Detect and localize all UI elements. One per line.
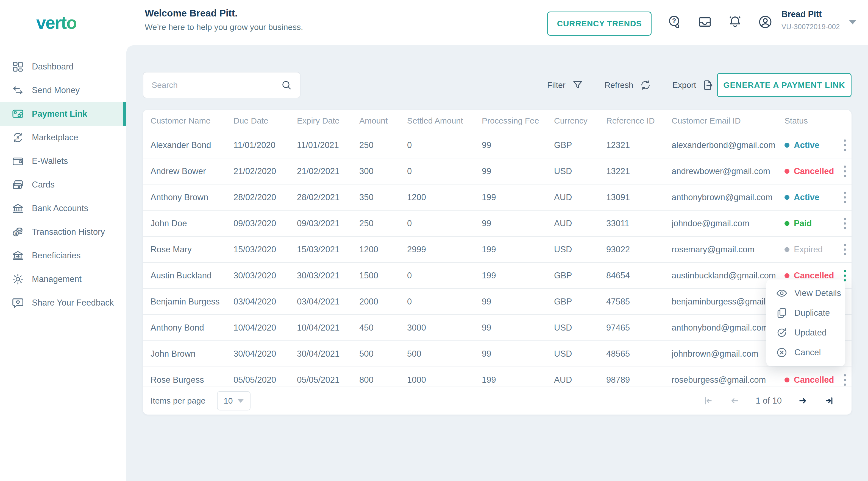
user-account-id: VU-30072019-002 — [781, 23, 840, 31]
first-page-button[interactable] — [703, 396, 713, 406]
sidebar-item-send-money[interactable]: Send Money — [0, 78, 126, 102]
currency-trends-button[interactable]: CURRENCY TRENDS — [547, 11, 652, 36]
pagination: 1 of 10 — [703, 396, 851, 406]
sidebar-item-share-your-feedback[interactable]: Share Your Feedback — [0, 291, 126, 315]
user-menu[interactable]: Bread Pitt VU-30072019-002 — [781, 9, 840, 31]
status-dot — [784, 195, 789, 200]
generate-payment-link-button[interactable]: GENERATE A PAYMENT LINK — [717, 73, 851, 97]
avatar[interactable] — [757, 14, 773, 30]
sidebar-item-dashboard[interactable]: Dashboard — [0, 55, 126, 78]
export-button[interactable]: Export — [673, 79, 714, 91]
cell-email: anthonybrown@gmail.com — [672, 192, 784, 202]
context-menu-item-updated[interactable]: Updated — [766, 323, 845, 343]
cell-reference-id: 98789 — [606, 375, 672, 385]
cell-processing-fee: 199 — [482, 192, 554, 202]
sidebar-item-payment-link[interactable]: Payment Link — [0, 102, 126, 126]
cell-currency: AUD — [554, 219, 606, 228]
context-menu-item-view-details[interactable]: View Details — [766, 283, 845, 303]
sidebar-nav: DashboardSend MoneyPayment Link$Marketpl… — [0, 55, 126, 315]
status-dot — [784, 378, 789, 382]
sidebar-item-bank-accounts[interactable]: Bank Accounts — [0, 197, 126, 220]
e-wallets-icon — [11, 155, 24, 167]
table-row: Andrew Bower21/02/202021/02/2021300099US… — [143, 158, 851, 184]
cell-currency: GBP — [554, 140, 606, 150]
cell-customer-name: John Doe — [143, 219, 234, 228]
cell-currency: GBP — [554, 271, 606, 281]
cell-processing-fee: 199 — [482, 375, 554, 385]
status-label: Active — [794, 140, 819, 150]
inbox-icon[interactable] — [697, 14, 713, 30]
sidebar: verto DashboardSend MoneyPayment Link$Ma… — [0, 0, 126, 481]
cell-reference-id: 97465 — [606, 323, 672, 333]
cell-settled-amount: 0 — [407, 271, 482, 281]
refresh-button[interactable]: Refresh — [604, 79, 652, 91]
row-actions-kebab[interactable] — [838, 164, 851, 179]
cell-actions — [838, 216, 851, 231]
row-actions-kebab[interactable] — [838, 138, 851, 153]
cell-amount: 800 — [359, 375, 407, 385]
status-badge: Active — [784, 140, 838, 150]
context-menu-item-duplicate[interactable]: Duplicate — [766, 303, 845, 323]
sidebar-item-cards[interactable]: Cards — [0, 173, 126, 197]
status-label: Cancelled — [794, 166, 834, 176]
sidebar-item-transaction-history[interactable]: $Transaction History — [0, 220, 126, 244]
next-page-button[interactable] — [798, 396, 808, 406]
status-label: Expired — [794, 245, 823, 255]
row-actions-kebab[interactable] — [838, 190, 851, 205]
cell-settled-amount: 3000 — [407, 323, 482, 333]
column-header-expiry-date: Expiry Date — [297, 116, 359, 125]
sidebar-item-e-wallets[interactable]: E-Wallets — [0, 149, 126, 173]
items-per-page-select[interactable]: 10 — [217, 391, 250, 411]
cell-customer-name: Alexander Bond — [143, 140, 234, 150]
send-money-icon — [11, 84, 24, 97]
cell-reference-id: 93022 — [606, 245, 672, 255]
previous-page-button[interactable] — [729, 396, 740, 406]
sidebar-item-label: Marketplace — [32, 133, 78, 142]
cell-reference-id: 12321 — [606, 140, 672, 150]
help-icon[interactable]: ? — [667, 14, 682, 30]
sidebar-item-management[interactable]: Management — [0, 267, 126, 291]
search-icon[interactable] — [281, 79, 292, 91]
row-actions-kebab[interactable] — [838, 216, 851, 231]
marketplace-icon: $ — [11, 131, 24, 144]
payment-link-page: verto DashboardSend MoneyPayment Link$Ma… — [0, 0, 868, 481]
cell-amount: 500 — [359, 349, 407, 359]
cell-currency: AUD — [554, 192, 606, 202]
cell-reference-id: 13221 — [606, 166, 672, 176]
sidebar-item-marketplace[interactable]: $Marketplace — [0, 126, 126, 149]
column-header-currency: Currency — [554, 116, 606, 125]
context-menu-item-label: Duplicate — [795, 308, 830, 318]
last-page-button[interactable] — [824, 396, 835, 406]
cell-currency: GBP — [554, 297, 606, 307]
filter-button[interactable]: Filter — [547, 79, 584, 91]
filter-icon — [571, 79, 584, 91]
column-header-due-date: Due Date — [234, 116, 297, 125]
row-actions-kebab[interactable] — [838, 242, 851, 257]
transaction-history-icon: $ — [11, 226, 24, 238]
kebab-dot — [844, 170, 846, 172]
cell-actions — [838, 190, 851, 205]
cell-due-date: 11/01/2020 — [234, 140, 297, 150]
cell-expiry-date: 03/04/2021 — [297, 297, 359, 307]
context-menu-item-cancel[interactable]: Cancel — [766, 343, 845, 362]
cell-settled-amount: 0 — [407, 219, 482, 228]
verto-logo[interactable]: verto — [36, 12, 76, 33]
row-actions-kebab[interactable] — [838, 373, 851, 387]
bank-accounts-icon — [11, 202, 24, 215]
table-header-row: Customer NameDue DateExpiry DateAmountSe… — [143, 110, 851, 132]
cell-actions — [838, 242, 851, 257]
kebab-dot — [844, 253, 846, 255]
kebab-dot — [844, 139, 846, 142]
search-input[interactable] — [151, 80, 281, 90]
bell-icon[interactable] — [727, 14, 743, 30]
cell-due-date: 30/04/2020 — [234, 349, 297, 359]
sidebar-item-label: Payment Link — [32, 109, 87, 119]
chevron-down-icon[interactable] — [849, 20, 857, 25]
cell-due-date: 10/04/2020 — [234, 323, 297, 333]
cell-amount: 450 — [359, 323, 407, 333]
cell-due-date: 30/03/2020 — [234, 271, 297, 281]
sidebar-item-beneficiaries[interactable]: Beneficiaries — [0, 244, 126, 267]
cell-due-date: 03/04/2020 — [234, 297, 297, 307]
kebab-dot — [844, 222, 846, 225]
row-context-menu: View DetailsDuplicateUpdatedCancel — [766, 280, 845, 366]
